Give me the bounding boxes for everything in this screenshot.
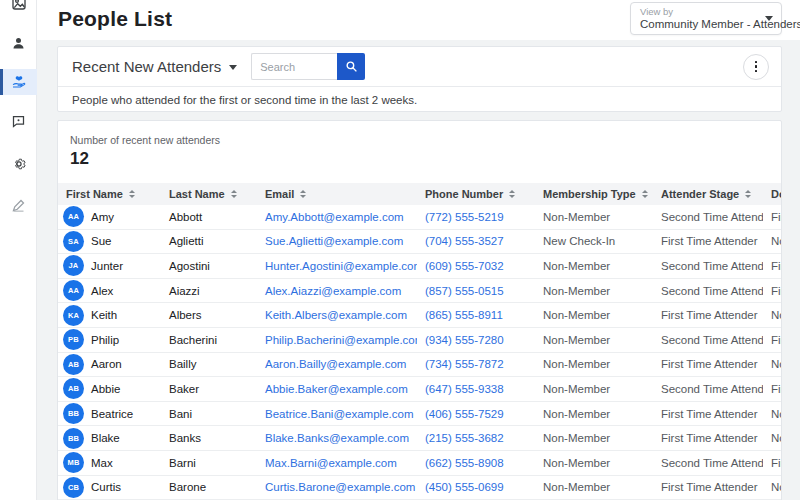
email-link[interactable]: Abbie.Baker@example.com (265, 383, 408, 395)
first-name-text: Abbie (91, 383, 120, 395)
phone-link[interactable]: (647) 555-9338 (425, 383, 504, 395)
email-link[interactable]: Max.Barni@example.com (265, 457, 397, 469)
table-row[interactable]: MBMaxBarniMax.Barni@example.com(662) 555… (58, 451, 782, 476)
phone-link[interactable]: (406) 555-7529 (425, 408, 504, 420)
column-header-attender-stage[interactable]: Attender Stage (653, 188, 763, 200)
phone-link[interactable]: (934) 555-7280 (425, 334, 504, 346)
cell-donor-stage: Non-Donor (763, 358, 782, 370)
person-icon (10, 35, 27, 52)
phone-link[interactable]: (865) 555-8911 (425, 309, 503, 321)
sort-icon (642, 190, 648, 198)
cell-phone: (934) 555-7280 (417, 334, 535, 346)
email-link[interactable]: Keith.Albers@example.com (265, 309, 407, 321)
cell-phone: (450) 555-0699 (417, 481, 535, 493)
email-link[interactable]: Blake.Banks@example.com (265, 432, 409, 444)
cell-donor-stage: First Time Donor (763, 457, 782, 469)
cell-membership-type: Non-Member (535, 211, 653, 223)
cell-membership-type: Non-Member (535, 408, 653, 420)
email-link[interactable]: Alex.Aiazzi@example.com (265, 285, 401, 297)
table-row[interactable]: AAAmyAbbottAmy.Abbott@example.com(772) 5… (58, 205, 782, 230)
sidebar-item-settings[interactable] (0, 151, 37, 177)
table-row[interactable]: SASueAgliettiSue.Aglietti@example.com(70… (58, 230, 782, 255)
cell-membership-type: New Check-In (535, 235, 653, 247)
avatar: AB (63, 378, 84, 399)
sidebar-item-forms[interactable] (0, 192, 37, 218)
report-dropdown[interactable]: Recent New Attenders (72, 58, 237, 75)
cell-email: Curtis.Barone@example.com (257, 481, 417, 493)
column-header-membership-type[interactable]: Membership Type (535, 188, 653, 200)
phone-link[interactable]: (734) 555-7872 (425, 358, 504, 370)
email-link[interactable]: Aaron.Bailly@example.com (265, 358, 406, 370)
cell-phone: (865) 555-8911 (417, 309, 535, 321)
search-button[interactable] (337, 53, 365, 80)
email-link[interactable]: Amy.Abbott@example.com (265, 211, 404, 223)
table-row[interactable]: BBBlakeBanksBlake.Banks@example.com(215)… (58, 426, 782, 451)
cell-last-name: Agostini (161, 260, 257, 272)
cell-membership-type: Non-Member (535, 334, 653, 346)
cell-email: Amy.Abbott@example.com (257, 211, 417, 223)
filter-card: Recent New Attenders (57, 46, 782, 112)
cell-first-name: JAJunter (58, 255, 161, 276)
cell-email: Abbie.Baker@example.com (257, 383, 417, 395)
page-title: People List (58, 7, 172, 31)
cell-membership-type: Non-Member (535, 383, 653, 395)
column-header-email[interactable]: Email (257, 188, 417, 200)
column-header-donor-stage[interactable]: Donor Stage (763, 188, 782, 200)
email-link[interactable]: Beatrice.Bani@example.com (265, 408, 413, 420)
cell-first-name: KAKeith (58, 305, 161, 326)
cell-phone: (647) 555-9338 (417, 383, 535, 395)
table-row[interactable]: AAAlexAiazziAlex.Aiazzi@example.com(857)… (58, 279, 782, 304)
column-header-phone-number[interactable]: Phone Number (417, 188, 535, 200)
cell-donor-stage: First Time Donor (763, 260, 782, 272)
cell-first-name: MBMax (58, 452, 161, 473)
email-link[interactable]: Curtis.Barone@example.com (265, 481, 415, 493)
phone-link[interactable]: (772) 555-5219 (425, 211, 504, 223)
sort-icon (745, 190, 751, 198)
search-group (251, 53, 365, 80)
image-icon (10, 0, 27, 12)
table-row[interactable]: ABAbbieBakerAbbie.Baker@example.com(647)… (58, 377, 782, 402)
cell-donor-stage: Non-Donor (763, 235, 782, 247)
search-input[interactable] (251, 53, 337, 80)
view-by-label: View by (640, 6, 759, 17)
email-link[interactable]: Hunter.Agostini@example.com (265, 260, 417, 272)
phone-link[interactable]: (857) 555-0515 (425, 285, 504, 297)
phone-link[interactable]: (662) 555-8908 (425, 457, 504, 469)
cell-membership-type: Non-Member (535, 432, 653, 444)
cell-first-name: AAAlex (58, 280, 161, 301)
view-by-dropdown[interactable]: View by Community Member - Attenders (630, 2, 782, 35)
email-link[interactable]: Philip.Bacherini@example.com (265, 334, 417, 346)
sidebar-item-media[interactable] (0, 0, 37, 16)
phone-link[interactable]: (704) 555-3527 (425, 235, 504, 247)
table-row[interactable]: CBCurtisBaroneCurtis.Barone@example.com(… (58, 476, 782, 500)
avatar: BB (63, 403, 84, 424)
cell-first-name: SASue (58, 231, 161, 252)
sidebar-item-people[interactable] (0, 30, 37, 56)
table-row[interactable]: JAJunterAgostiniHunter.Agostini@example.… (58, 254, 782, 279)
email-link[interactable]: Sue.Aglietti@example.com (265, 235, 403, 247)
table-row[interactable]: BBBeatriceBaniBeatrice.Bani@example.com(… (58, 402, 782, 427)
table-row[interactable]: ABAaronBaillyAaron.Bailly@example.com(73… (58, 353, 782, 378)
cell-attender-stage: Second Time Attender (653, 383, 763, 395)
column-header-last-name[interactable]: Last Name (161, 188, 257, 200)
phone-link[interactable]: (450) 555-0699 (425, 481, 504, 493)
cell-attender-stage: Second Time Attender (653, 260, 763, 272)
more-options-button[interactable] (743, 54, 769, 80)
first-name-text: Curtis (91, 481, 121, 493)
cell-phone: (215) 555-3682 (417, 432, 535, 444)
sidebar-item-messages[interactable] (0, 108, 37, 134)
cell-first-name: AAAmy (58, 206, 161, 227)
sidebar-item-care[interactable] (0, 69, 37, 95)
phone-link[interactable]: (215) 555-3682 (425, 432, 504, 444)
sidebar (0, 0, 37, 500)
first-name-text: Max (91, 457, 113, 469)
avatar: AB (63, 354, 84, 375)
phone-link[interactable]: (609) 555-7032 (425, 260, 504, 272)
cell-donor-stage: Non-Donor (763, 309, 782, 321)
table-row[interactable]: PBPhilipBacheriniPhilip.Bacherini@exampl… (58, 328, 782, 353)
table-row[interactable]: KAKeithAlbersKeith.Albers@example.com(86… (58, 303, 782, 328)
column-header-first-name[interactable]: First Name (58, 188, 161, 200)
report-description: People who attended for the first or sec… (58, 87, 781, 112)
first-name-text: Sue (91, 235, 111, 247)
avatar: KA (63, 305, 84, 326)
